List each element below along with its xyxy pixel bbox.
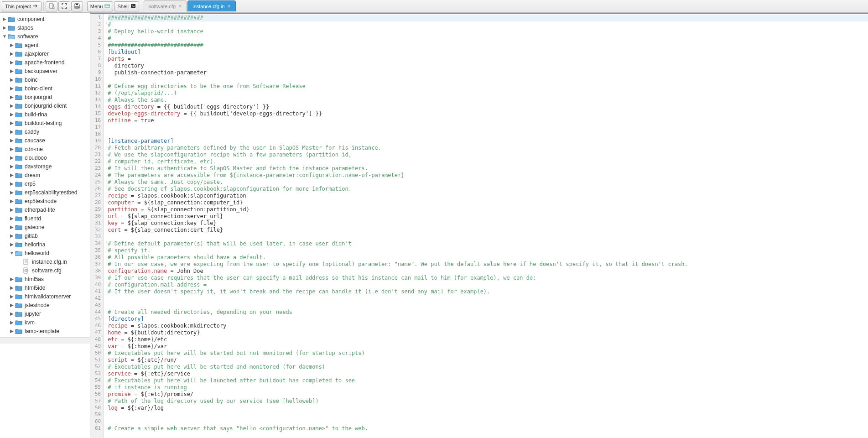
chevron-right-icon[interactable]: ▶ bbox=[9, 68, 15, 73]
tree-folder[interactable]: ▶erp5 bbox=[0, 179, 90, 188]
code-line[interactable]: parts = bbox=[108, 56, 868, 63]
code-line[interactable]: recipe = slapos.cookbook:slapconfigurati… bbox=[108, 193, 868, 199]
chevron-right-icon[interactable]: ▶ bbox=[9, 224, 15, 229]
tree-folder[interactable]: ▶boinc-client bbox=[0, 84, 90, 93]
tree-folder[interactable]: ▶davstorage bbox=[0, 162, 90, 171]
new-file-button[interactable] bbox=[46, 1, 57, 11]
tree-folder[interactable]: ▶lamp-template bbox=[0, 327, 90, 335]
code-line[interactable]: develop-eggs-directory = {{ buildout['de… bbox=[108, 110, 868, 117]
shell-button[interactable]: Shell bbox=[114, 1, 139, 11]
tree-folder[interactable]: ▶erp5scalabilitytestbed bbox=[0, 188, 90, 197]
tree-folder[interactable]: ▶html5as bbox=[0, 275, 90, 283]
chevron-right-icon[interactable]: ▶ bbox=[9, 285, 15, 290]
tree-folder[interactable]: ▶kvm bbox=[0, 318, 90, 327]
project-dropdown[interactable]: This project bbox=[2, 1, 42, 11]
chevron-right-icon[interactable]: ▶ bbox=[9, 112, 15, 117]
code-line[interactable]: ############################# bbox=[108, 15, 868, 21]
tree-folder[interactable]: ▶jupyter bbox=[0, 309, 90, 318]
code-line[interactable] bbox=[108, 234, 868, 240]
chevron-right-icon[interactable]: ▶ bbox=[9, 138, 15, 143]
chevron-right-icon[interactable]: ▶ bbox=[9, 242, 15, 247]
code-line[interactable]: directory bbox=[108, 63, 868, 69]
code-editor[interactable]: 1234567891011121314151617181920212223242… bbox=[90, 14, 868, 438]
chevron-down-icon[interactable]: ▼ bbox=[9, 250, 15, 256]
code-line[interactable]: log = ${:var}/log bbox=[108, 405, 868, 412]
code-line[interactable]: # We use the slapconfiguration recipe wi… bbox=[108, 151, 868, 158]
code-line[interactable]: service = ${:etc}/service bbox=[108, 370, 868, 377]
chevron-right-icon[interactable]: ▶ bbox=[9, 60, 15, 65]
tree-folder[interactable]: ▶slapos bbox=[0, 23, 90, 32]
tree-folder[interactable]: ▶component bbox=[0, 15, 90, 23]
code-line[interactable]: # It will then authenticate to SlapOS Ma… bbox=[108, 165, 868, 172]
code-line[interactable]: # bbox=[108, 21, 868, 28]
tree-folder[interactable]: ▶fluentd bbox=[0, 214, 90, 223]
code-line[interactable]: # configuration.mail-address = bbox=[108, 282, 868, 288]
tree-folder[interactable]: ▶boinc bbox=[0, 75, 90, 84]
code-line[interactable]: # Fetch arbitrary parameters defined by … bbox=[108, 145, 868, 151]
close-icon[interactable]: × bbox=[228, 3, 231, 10]
chevron-right-icon[interactable]: ▶ bbox=[9, 120, 15, 125]
code-line[interactable]: # Create a simple web server that says "… bbox=[108, 425, 868, 432]
chevron-right-icon[interactable]: ▶ bbox=[9, 103, 15, 108]
editor-tab[interactable]: instance.cfg.in× bbox=[187, 0, 235, 11]
chevron-right-icon[interactable]: ▶ bbox=[2, 25, 7, 30]
code-line[interactable]: etc = ${:home}/etc bbox=[108, 336, 868, 343]
chevron-right-icon[interactable]: ▶ bbox=[9, 320, 15, 325]
chevron-right-icon[interactable]: ▶ bbox=[9, 86, 15, 91]
close-icon[interactable]: × bbox=[178, 3, 182, 10]
tree-folder[interactable]: ▶htmlvalidatorserver bbox=[0, 292, 90, 301]
tree-folder[interactable]: ▶dream bbox=[0, 171, 90, 179]
tree-folder[interactable]: ▶erp5testnode bbox=[0, 197, 90, 205]
tree-folder[interactable]: ▼software bbox=[0, 32, 90, 41]
code-line[interactable]: promise = ${:etc}/promise/ bbox=[108, 391, 868, 398]
code-line[interactable] bbox=[108, 76, 868, 83]
code-line[interactable] bbox=[108, 124, 868, 131]
code-line[interactable]: # (/opt/slapgrid/...) bbox=[108, 90, 868, 97]
tree-folder[interactable]: ▼helloworld bbox=[0, 249, 90, 257]
save-button[interactable] bbox=[71, 1, 83, 11]
tree-folder[interactable]: ▶cloudooo bbox=[0, 153, 90, 162]
chevron-right-icon[interactable]: ▶ bbox=[9, 146, 15, 151]
chevron-right-icon[interactable]: ▶ bbox=[9, 190, 15, 195]
code-line[interactable]: partition = ${slap_connection:partition_… bbox=[108, 206, 868, 213]
code-line[interactable]: # Deploy hello-world instance bbox=[108, 28, 868, 35]
chevron-right-icon[interactable]: ▶ bbox=[9, 77, 15, 82]
tree-folder[interactable]: ▶agent bbox=[0, 41, 90, 49]
tree-folder[interactable]: ▶gitlab bbox=[0, 231, 90, 240]
code-line[interactable] bbox=[108, 131, 868, 138]
chevron-right-icon[interactable]: ▶ bbox=[9, 216, 15, 221]
chevron-right-icon[interactable]: ▶ bbox=[9, 302, 15, 308]
chevron-right-icon[interactable]: ▶ bbox=[9, 207, 15, 212]
code-line[interactable]: # Executables put here will be started a… bbox=[108, 364, 868, 370]
code-line[interactable]: # Define egg directories to be the one f… bbox=[108, 83, 868, 90]
chevron-right-icon[interactable]: ▶ bbox=[9, 198, 15, 203]
code-line[interactable]: ############################# bbox=[108, 42, 868, 49]
code-line[interactable]: publish-connection-parameter bbox=[108, 69, 868, 76]
chevron-right-icon[interactable]: ▶ bbox=[9, 164, 15, 169]
tree-folder[interactable]: ▶backupserver bbox=[0, 67, 90, 75]
code-line[interactable]: # See docstring of slapos.cookbook:slapc… bbox=[108, 186, 868, 193]
tree-folder[interactable]: ▶bonjourgrid-client bbox=[0, 101, 90, 110]
code-line[interactable]: # Define default parameter(s) that will … bbox=[108, 240, 868, 247]
code-line[interactable]: configuration.name = John Doe bbox=[108, 268, 868, 275]
tree-folder[interactable]: ▶jstestnode bbox=[0, 301, 90, 309]
code-line[interactable]: # bbox=[108, 35, 868, 42]
code-line[interactable]: script = ${:etc}/run/ bbox=[108, 357, 868, 364]
code-line[interactable]: key = ${slap_connection:key_file} bbox=[108, 220, 868, 227]
code-line[interactable]: offline = true bbox=[108, 117, 868, 124]
code-line[interactable]: # Always the same. bbox=[108, 97, 868, 104]
chevron-right-icon[interactable]: ▶ bbox=[2, 16, 7, 21]
chevron-right-icon[interactable]: ▶ bbox=[9, 233, 15, 238]
code-line[interactable]: # If the user doesn't specify it, it won… bbox=[108, 288, 868, 295]
tree-folder[interactable]: ▶caucase bbox=[0, 136, 90, 145]
code-line[interactable]: [buildout] bbox=[108, 49, 868, 56]
code-line[interactable]: recipe = slapos.cookbook:mkdirectory bbox=[108, 323, 868, 329]
code-line[interactable] bbox=[108, 418, 868, 425]
code-line[interactable]: # If our use case requires that the user… bbox=[108, 275, 868, 282]
tree-folder[interactable]: ▶html5ide bbox=[0, 283, 90, 292]
fullscreen-exit-button[interactable] bbox=[58, 1, 70, 11]
tree-folder[interactable]: ▶caddy bbox=[0, 127, 90, 136]
tree-folder[interactable]: ▶etherpad-lite bbox=[0, 205, 90, 214]
chevron-right-icon[interactable]: ▶ bbox=[9, 172, 15, 177]
code-line[interactable]: # Executables put here will be started b… bbox=[108, 350, 868, 357]
